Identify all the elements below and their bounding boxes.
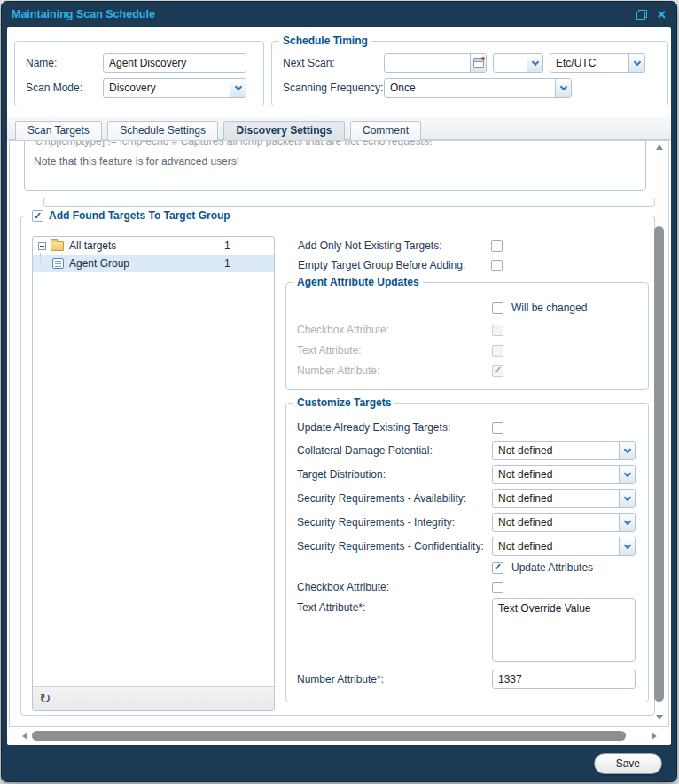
text-attribute-override-textarea[interactable]: Text Override Value xyxy=(492,598,636,662)
tree-elbow-line xyxy=(40,253,50,263)
tab-scan-targets[interactable]: Scan Targets xyxy=(15,121,102,141)
next-scan-time-select[interactable] xyxy=(493,53,543,73)
dropdown-trigger[interactable] xyxy=(555,79,571,97)
agent-attribute-updates-fieldset: Agent Attribute Updates Will be changed … xyxy=(285,282,649,390)
text-attribute-checkbox-disabled xyxy=(492,345,503,357)
dropdown-trigger[interactable] xyxy=(619,442,635,459)
dropdown-trigger[interactable] xyxy=(619,537,635,555)
tree-node-count: 1 xyxy=(224,239,230,252)
scroll-right-icon[interactable] xyxy=(652,733,657,740)
restore-icon[interactable] xyxy=(636,10,647,20)
number-attribute-override-input[interactable] xyxy=(492,670,636,689)
security-availability-label: Security Requirements - Availability: xyxy=(297,492,492,505)
dropdown-trigger[interactable] xyxy=(619,490,635,507)
scroll-up-icon[interactable] xyxy=(656,145,663,150)
dropdown-trigger[interactable] xyxy=(619,466,635,483)
dropdown-trigger[interactable] xyxy=(619,514,635,531)
tab-schedule-settings[interactable]: Schedule Settings xyxy=(107,121,218,141)
tab-comment[interactable]: Comment xyxy=(350,121,421,141)
target-group-icon xyxy=(52,258,64,269)
scroll-down-icon[interactable] xyxy=(656,715,663,720)
tab-discovery-settings[interactable]: Discovery Settings xyxy=(223,121,344,141)
refresh-icon[interactable]: ↻ xyxy=(39,692,51,706)
horizontal-scrollbar-thumb[interactable] xyxy=(32,731,626,741)
close-icon[interactable]: ✕ xyxy=(657,9,667,20)
chevron-down-icon xyxy=(623,493,630,500)
scan-mode-select[interactable]: Discovery xyxy=(103,78,246,98)
add-only-checkbox[interactable] xyxy=(491,240,503,252)
security-availability-select[interactable]: Not defined xyxy=(492,489,636,508)
dialog-window: Maintaining Scan Schedule ✕ Name: Scan M… xyxy=(1,1,677,782)
next-scan-label: Next Scan: xyxy=(283,57,384,69)
customize-targets-fieldset: Customize Targets Update Already Existin… xyxy=(285,403,649,702)
note-text-line: Note that this feature is for advanced u… xyxy=(34,155,636,168)
customize-targets-legend: Customize Targets xyxy=(293,396,394,410)
scroll-left-icon[interactable] xyxy=(22,733,27,740)
chevron-down-icon xyxy=(234,82,241,90)
chevron-down-icon xyxy=(623,469,630,476)
will-be-changed-checkbox[interactable] xyxy=(492,302,503,314)
discovery-description-box[interactable]: icmp[icmptype] != icmp-echo # Captures a… xyxy=(24,140,646,191)
section-bottom-border xyxy=(43,198,655,207)
target-group-legend-label: Add Found Targets To Target Group xyxy=(49,209,230,223)
window-buttons: ✕ xyxy=(636,9,667,20)
scanning-frequency-value: Once xyxy=(385,79,555,97)
next-scan-date-field[interactable] xyxy=(384,53,487,73)
scanning-frequency-select[interactable]: Once xyxy=(384,78,572,98)
add-found-targets-checkbox[interactable] xyxy=(32,210,43,222)
vertical-scrollbar[interactable] xyxy=(653,143,666,724)
text-attribute-override-label: Text Attribute*: xyxy=(297,601,365,614)
security-integrity-select[interactable]: Not defined xyxy=(492,513,636,532)
scan-mode-label: Scan Mode: xyxy=(26,82,103,94)
empty-before-checkbox[interactable] xyxy=(491,260,503,271)
add-only-label: Add Only Not Existing Targets: xyxy=(298,239,491,252)
timezone-select[interactable]: Etc/UTC xyxy=(550,53,645,73)
checkbox-attribute-checkbox-disabled xyxy=(492,325,503,336)
update-existing-checkbox[interactable] xyxy=(492,422,503,434)
target-distribution-select[interactable]: Not defined xyxy=(492,465,636,484)
add-only-row: Add Only Not Existing Targets: xyxy=(298,239,503,252)
horizontal-scrollbar[interactable] xyxy=(20,729,659,743)
dialog-content: Name: Scan Mode: Discovery Schedule Timi… xyxy=(7,27,671,745)
target-group-fieldset: Add Found Targets To Target Group All ta… xyxy=(20,216,655,716)
save-button[interactable]: Save xyxy=(594,753,662,774)
target-distribution-label: Target Distribution: xyxy=(297,468,492,481)
schedule-timing-fieldset: Schedule Timing Next Scan: Etc/UTC Scann… xyxy=(271,41,668,106)
calendar-icon xyxy=(473,58,484,68)
security-confidentiality-row: Security Requirements - Confidentiality:… xyxy=(297,537,636,556)
chevron-down-icon xyxy=(623,541,630,548)
will-be-changed-row: Will be changed xyxy=(492,302,587,314)
empty-before-label: Empty Target Group Before Adding: xyxy=(298,259,491,271)
checkbox-attribute-override-checkbox[interactable] xyxy=(492,582,503,593)
update-attributes-checkbox[interactable] xyxy=(492,562,503,574)
collateral-damage-label: Collateral Damage Potential: xyxy=(297,444,492,457)
tree-row-all-targets[interactable]: All targets 1 xyxy=(33,237,274,255)
security-availability-value: Not defined xyxy=(493,490,619,507)
name-input[interactable] xyxy=(103,53,246,73)
chevron-down-icon xyxy=(531,58,538,65)
chevron-down-icon xyxy=(623,517,630,524)
empty-before-row: Empty Target Group Before Adding: xyxy=(298,259,503,271)
timezone-value: Etc/UTC xyxy=(550,54,628,72)
target-group-tree[interactable]: All targets 1 Agent Group 1 ↻ xyxy=(32,236,275,711)
tab-strip: Scan Targets Schedule Settings Discovery… xyxy=(7,117,671,140)
update-existing-row: Update Already Existing Targets: xyxy=(297,421,503,434)
tree-row-agent-group[interactable]: Agent Group 1 xyxy=(33,255,274,272)
vertical-scrollbar-thumb[interactable] xyxy=(654,226,664,702)
title-bar[interactable]: Maintaining Scan Schedule ✕ xyxy=(2,2,676,27)
chevron-down-icon xyxy=(559,82,566,90)
next-scan-time-value xyxy=(494,54,527,72)
dropdown-trigger[interactable] xyxy=(628,54,644,72)
collateral-damage-select[interactable]: Not defined xyxy=(492,441,636,460)
target-group-legend: Add Found Targets To Target Group xyxy=(28,209,234,223)
next-scan-date-value xyxy=(385,54,470,72)
update-attributes-row: Update Attributes xyxy=(492,561,593,574)
security-confidentiality-select[interactable]: Not defined xyxy=(492,537,636,556)
tree-node-label: All targets xyxy=(69,239,116,252)
collapse-icon[interactable] xyxy=(38,242,46,250)
dropdown-trigger[interactable] xyxy=(527,54,542,72)
security-confidentiality-label: Security Requirements - Confidentiality: xyxy=(297,540,492,553)
date-picker-trigger[interactable] xyxy=(470,54,486,72)
horizontal-scrollbar-track[interactable] xyxy=(30,731,649,741)
dropdown-trigger[interactable] xyxy=(230,79,246,97)
